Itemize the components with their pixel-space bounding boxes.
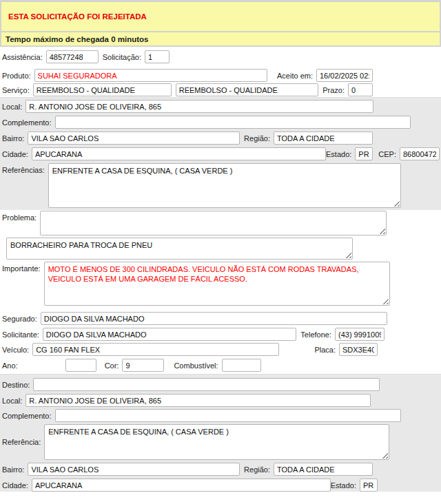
- veiculo-input[interactable]: [32, 343, 279, 356]
- problema-label: Problema:: [2, 213, 37, 222]
- destino-row: Destino:: [0, 378, 441, 391]
- destino-estado-label: Estado:: [331, 481, 356, 490]
- ano-label: Ano:: [2, 361, 18, 370]
- destino-complemento-input[interactable]: [55, 409, 401, 422]
- destino-referencia-textarea[interactable]: ENFRENTE A CASA DE ESQUINA, ( CASA VERDE…: [44, 424, 389, 460]
- solicitacao-label: Solicitação:: [103, 53, 141, 61]
- prazo-label: Prazo:: [322, 86, 345, 94]
- local-input[interactable]: [25, 100, 373, 113]
- bairro-label: Bairro:: [2, 134, 24, 143]
- destino-regiao-label: Região:: [244, 465, 270, 474]
- cor-label: Cor:: [105, 361, 119, 370]
- referencias-row: Referências: ENFRENTE A CASA DE ESQUINA,…: [0, 163, 441, 208]
- cidade-row: Cidade: Estado: CEP:: [0, 147, 441, 160]
- destino-label: Destino:: [2, 381, 30, 389]
- complemento-row: Complemento:: [0, 116, 441, 129]
- destination-section: Destino: Local: Complemento: Referência:…: [0, 374, 441, 492]
- destino-local-row: Local:: [0, 394, 441, 407]
- servico-secondary-input[interactable]: [176, 83, 318, 96]
- alert-banner-box: ESTA SOLICITAÇÃO FOI REJEITADA Tempo máx…: [0, 0, 441, 47]
- solicitante-label: Solicitante:: [2, 330, 39, 339]
- destino-complemento-row: Complemento:: [0, 409, 441, 422]
- placa-input[interactable]: [339, 343, 378, 356]
- aceito-em-input[interactable]: [316, 69, 373, 82]
- aceito-em-label: Aceito em:: [277, 72, 313, 80]
- rejected-banner: ESTA SOLICITAÇÃO FOI REJEITADA: [1, 2, 440, 32]
- regiao-input[interactable]: [274, 132, 373, 145]
- veiculo-label: Veículo:: [2, 346, 29, 354]
- solicitante-input[interactable]: [43, 328, 296, 341]
- telefone-label: Telefone:: [300, 330, 331, 339]
- bairro-input[interactable]: [28, 132, 240, 145]
- assistencia-input[interactable]: [46, 50, 99, 63]
- destino-complemento-label: Complemento:: [2, 412, 52, 420]
- segurado-input[interactable]: [41, 312, 387, 325]
- importante-textarea[interactable]: MOTO É MENOS DE 300 CILINDRADAS. VEICULO…: [44, 262, 390, 306]
- importante-row: Importante: MOTO É MENOS DE 300 CILINDRA…: [0, 262, 441, 306]
- destino-input[interactable]: [33, 378, 380, 391]
- bairro-row: Bairro: Região:: [0, 132, 441, 145]
- local-row: Local:: [0, 100, 441, 113]
- local-label: Local:: [2, 103, 22, 111]
- destino-cidade-row: Cidade: Estado:: [0, 479, 441, 492]
- servico-label: Serviço:: [2, 86, 30, 94]
- destino-bairro-label: Bairro:: [2, 465, 24, 474]
- ano-input[interactable]: [65, 359, 96, 372]
- produto-input[interactable]: [34, 69, 267, 82]
- problema-row: Problema:: [0, 211, 441, 235]
- request-header-section: Assistência: Solicitação: Produto: Aceit…: [0, 47, 441, 97]
- destino-bairro-row: Bairro: Região:: [0, 463, 441, 476]
- veiculo-row: Veículo: Placa:: [0, 343, 441, 356]
- problem-vehicle-section: Problema: BORRACHEIRO PARA TROCA DE PNEU…: [0, 210, 441, 374]
- placa-label: Placa:: [314, 346, 336, 354]
- cep-input[interactable]: [400, 147, 440, 160]
- referencias-label: Referências:: [2, 166, 45, 174]
- destino-regiao-input[interactable]: [274, 463, 373, 476]
- assistencia-row: Assistência: Solicitação:: [0, 50, 441, 63]
- complemento-label: Complemento:: [2, 118, 52, 127]
- telefone-input[interactable]: [335, 328, 384, 341]
- destino-estado-input[interactable]: [360, 479, 378, 492]
- destino-cidade-input[interactable]: [32, 479, 331, 492]
- importante-label: Importante:: [2, 264, 41, 273]
- segurado-label: Segurado:: [2, 315, 37, 323]
- cidade-label: Cidade:: [2, 150, 28, 158]
- arrival-time-banner: Tempo máximo de chegada 0 minutos: [1, 32, 440, 45]
- referencias-textarea[interactable]: ENFRENTE A CASA DE ESQUINA, ( CASA VERDE…: [48, 163, 401, 208]
- produto-row: Produto: Aceito em:: [0, 69, 441, 82]
- cor-input[interactable]: [122, 359, 164, 372]
- solicitante-row: Solicitante: Telefone:: [0, 328, 441, 341]
- regiao-label: Região:: [244, 134, 270, 143]
- estado-label: Estado:: [326, 150, 351, 158]
- origin-address-section: Local: Complemento: Bairro: Região: Cida…: [0, 97, 441, 210]
- destino-local-label: Local:: [2, 397, 22, 405]
- combustivel-input[interactable]: [222, 359, 261, 372]
- problema-desc-textarea[interactable]: BORRACHEIRO PARA TROCA DE PNEU: [6, 238, 353, 260]
- rejected-banner-text: ESTA SOLICITAÇÃO FOI REJEITADA: [8, 12, 147, 21]
- cep-label: CEP:: [378, 150, 396, 158]
- assistencia-label: Assistência:: [2, 53, 43, 61]
- problema-desc-row: BORRACHEIRO PARA TROCA DE PNEU: [0, 238, 441, 260]
- destino-referencia-row: Referência: ENFRENTE A CASA DE ESQUINA, …: [0, 424, 441, 460]
- estado-input[interactable]: [355, 147, 373, 160]
- produto-label: Produto:: [2, 72, 31, 80]
- servico-input[interactable]: [33, 83, 172, 96]
- destino-local-input[interactable]: [25, 394, 371, 407]
- cidade-input[interactable]: [32, 147, 326, 160]
- destino-bairro-input[interactable]: [28, 463, 240, 476]
- complemento-input[interactable]: [55, 116, 411, 129]
- servico-row: Serviço: Prazo:: [0, 83, 441, 96]
- destino-cidade-label: Cidade:: [2, 481, 28, 490]
- segurado-row: Segurado:: [0, 312, 441, 325]
- solicitacao-input[interactable]: [145, 50, 170, 63]
- problema-textarea[interactable]: [40, 211, 387, 235]
- destino-referencia-label: Referência:: [2, 438, 41, 446]
- combustivel-label: Combustível:: [174, 361, 218, 370]
- prazo-input[interactable]: [348, 83, 373, 96]
- arrival-time-text: Tempo máximo de chegada 0 minutos: [6, 35, 148, 43]
- ano-cor-combustivel-row: Ano: Cor: Combustível:: [0, 359, 441, 372]
